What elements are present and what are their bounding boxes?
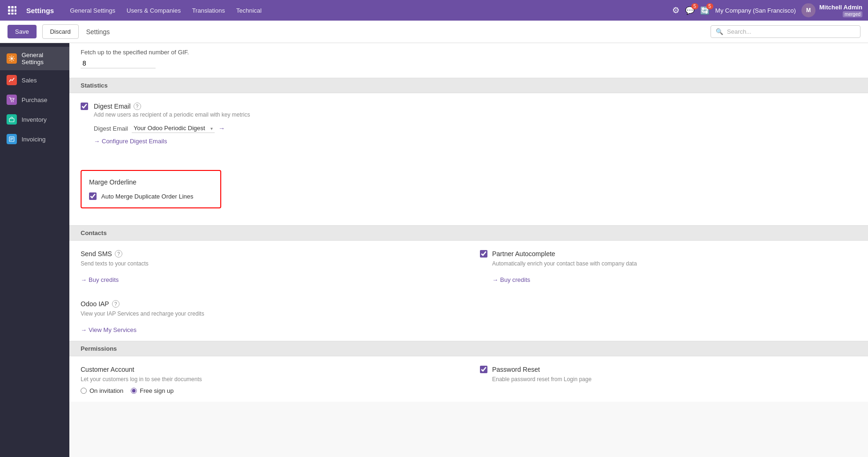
password-reset-title: Password Reset: [492, 366, 591, 373]
customer-account-title: Customer Account: [81, 366, 457, 373]
send-sms-desc: Send texts to your contacts: [81, 260, 457, 267]
marge-orderline-title: Marge Orderline: [89, 178, 213, 186]
sidebar-label-purchase: Purchase: [22, 96, 47, 103]
sidebar-label-invoicing: Invoicing: [22, 136, 45, 143]
topbar-right: ⚙ 💬 5 🔄 5 My Company (San Francisco) M M…: [672, 3, 862, 17]
gif-count-input[interactable]: [81, 59, 156, 68]
svg-rect-5: [15, 9, 16, 12]
send-sms-title: Send SMS ?: [81, 250, 457, 258]
inventory-icon: [7, 114, 17, 125]
auto-merge-row: Auto Merge Duplicate Order Lines: [89, 192, 213, 200]
digest-email-select[interactable]: Your Odoo Periodic Digest: [132, 124, 215, 133]
sidebar-label-inventory: Inventory: [22, 116, 46, 123]
odoo-iap-desc: View your IAP Services and recharge your…: [81, 310, 457, 317]
partner-autocomplete-desc: Automatically enrich your contact base w…: [492, 260, 637, 267]
gif-section: Fetch up to the specified number of GIF.: [69, 43, 868, 78]
search-box: 🔍: [711, 25, 861, 38]
digest-email-title: Digest Email ?: [94, 103, 857, 110]
permissions-section-header: Permissions: [69, 341, 868, 356]
digest-email-sub: Digest Email Your Odoo Periodic Digest →: [94, 124, 857, 133]
search-icon: 🔍: [716, 28, 723, 35]
buy-credits-partner-link[interactable]: → Buy credits: [492, 276, 530, 283]
sidebar: General Settings Sales Purchase Inventor…: [0, 43, 69, 457]
sidebar-item-invoicing[interactable]: Invoicing: [0, 129, 69, 149]
contacts-section-content: Send SMS ? Send texts to your contacts →…: [69, 241, 868, 341]
svg-rect-4: [11, 9, 14, 12]
topbar: Settings General Settings Users & Compan…: [0, 0, 868, 21]
digest-select-wrap: Your Odoo Periodic Digest: [132, 124, 215, 133]
odoo-iap-title: Odoo IAP ?: [81, 300, 457, 308]
svg-rect-7: [11, 13, 14, 15]
nav-users-companies[interactable]: Users & Companies: [122, 4, 186, 17]
nav-technical[interactable]: Technical: [232, 4, 266, 17]
chat-icon-btn[interactable]: 💬 5: [685, 6, 695, 15]
customer-account-item: Customer Account Let your customers log …: [69, 356, 469, 402]
svg-rect-8: [15, 13, 16, 15]
toolbar-title: Settings: [86, 28, 110, 36]
odoo-iap-help-icon[interactable]: ?: [112, 300, 120, 308]
digest-email-checkbox[interactable]: [81, 103, 88, 110]
svg-point-11: [13, 101, 14, 102]
svg-point-9: [11, 58, 13, 60]
partner-autocomplete-checkbox[interactable]: [480, 250, 487, 258]
search-input[interactable]: [727, 28, 855, 35]
contacts-section-header: Contacts: [69, 225, 868, 241]
radio-on-invitation-label: On invitation: [90, 387, 123, 394]
password-reset-checkbox[interactable]: [480, 366, 487, 373]
toolbar: Save Discard Settings 🔍: [0, 21, 868, 43]
radio-free-sign-up: Free sign up: [131, 387, 173, 394]
chat-badge: 5: [691, 3, 699, 9]
update-icon-btn[interactable]: 🔄 5: [700, 6, 710, 15]
contacts-grid: Send SMS ? Send texts to your contacts →…: [69, 241, 868, 341]
digest-email-content: Digest Email ? Add new users as recipien…: [94, 103, 857, 145]
svg-rect-2: [15, 6, 16, 8]
view-my-services-link[interactable]: → View My Services: [81, 326, 136, 333]
apps-icon[interactable]: [6, 4, 19, 17]
digest-email-help-icon[interactable]: ?: [134, 103, 141, 110]
digest-email-desc: Add new users as recipient of a periodic…: [94, 111, 857, 118]
send-sms-item: Send SMS ? Send texts to your contacts →…: [69, 241, 469, 291]
app-title: Settings: [26, 7, 54, 15]
svg-rect-0: [8, 6, 10, 8]
radio-on-invitation-input[interactable]: [81, 388, 87, 394]
avatar: M: [801, 3, 816, 17]
password-reset-item: Password Reset Enable password reset fro…: [469, 356, 868, 402]
discard-button[interactable]: Discard: [42, 24, 79, 39]
content-area: Fetch up to the specified number of GIF.…: [69, 43, 868, 457]
partner-autocomplete-item: Partner Autocomplete Automatically enric…: [469, 241, 868, 291]
svg-rect-12: [9, 118, 14, 122]
odoo-iap-item: Odoo IAP ? View your IAP Services and re…: [69, 291, 469, 341]
send-sms-help-icon[interactable]: ?: [115, 250, 122, 258]
sidebar-item-sales[interactable]: Sales: [0, 70, 69, 90]
customer-account-radio-group: On invitation Free sign up: [81, 387, 457, 394]
company-selector[interactable]: My Company (San Francisco): [715, 7, 796, 14]
buy-credits-sms-link[interactable]: → Buy credits: [81, 276, 119, 283]
sidebar-item-general-settings[interactable]: General Settings: [0, 47, 69, 70]
marge-orderline-box: Marge Orderline Auto Merge Duplicate Ord…: [81, 170, 221, 208]
digest-email-sub-label: Digest Email: [94, 125, 128, 132]
radio-free-sign-up-label: Free sign up: [140, 387, 173, 394]
sidebar-item-purchase[interactable]: Purchase: [0, 90, 69, 110]
configure-digest-link[interactable]: → Configure Digest Emails: [94, 138, 167, 145]
nav-general-settings[interactable]: General Settings: [65, 4, 120, 17]
auto-merge-checkbox[interactable]: [89, 192, 97, 200]
top-nav: General Settings Users & Companies Trans…: [65, 4, 266, 17]
radio-free-sign-up-input[interactable]: [131, 388, 137, 394]
sidebar-label-sales: Sales: [22, 77, 37, 84]
sidebar-label-general-settings: General Settings: [22, 52, 63, 66]
digest-arrow-link[interactable]: →: [218, 125, 225, 132]
sidebar-item-inventory[interactable]: Inventory: [0, 110, 69, 129]
statistics-section-header: Statistics: [69, 78, 868, 93]
gif-input-wrap: [81, 59, 156, 68]
settings-icon-btn[interactable]: ⚙: [672, 5, 680, 15]
permissions-grid: Customer Account Let your customers log …: [69, 356, 868, 402]
digest-email-row: Digest Email ? Add new users as recipien…: [81, 103, 857, 145]
auto-merge-label: Auto Merge Duplicate Order Lines: [101, 193, 194, 200]
user-menu[interactable]: M Mitchell Admin merged: [801, 3, 862, 17]
password-reset-desc: Enable password reset from Login page: [492, 376, 591, 383]
svg-point-10: [11, 101, 12, 102]
sales-icon: [7, 75, 17, 85]
save-button[interactable]: Save: [7, 25, 37, 38]
update-badge: 5: [706, 3, 714, 9]
nav-translations[interactable]: Translations: [187, 4, 230, 17]
